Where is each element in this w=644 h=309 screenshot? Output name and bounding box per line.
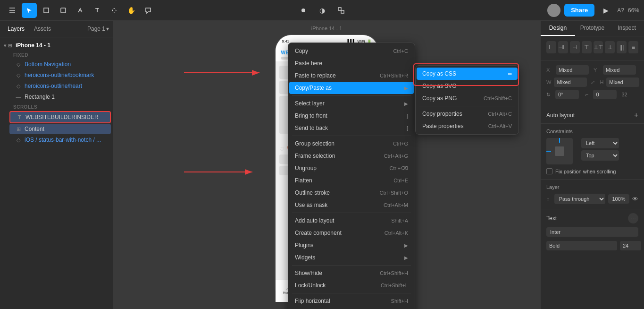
share-button[interactable]: Share [564,4,594,17]
accessibility-label: A? [617,7,624,14]
svg-rect-1 [61,8,66,13]
left-panel: Layers Assets Page 1 ▾ ▾ ⊞ iPhone 14 - 1… [0,21,113,309]
h-label: H [600,79,603,85]
frame-tool[interactable] [39,3,54,18]
ctx-paste-replace[interactable]: Paste to replace Ctrl+Shift+R [289,69,414,82]
fix-position-label: Fix position when scrolling [555,169,616,174]
paint-tool[interactable] [296,3,311,18]
ctx-outline-stroke[interactable]: Outline stroke Ctrl+Shift+O [289,187,414,199]
ctx-show-hide[interactable]: Show/Hide Ctrl+Shift+H [289,267,414,279]
corner-icon: ⌐ [585,92,588,97]
submenu-copy-svg[interactable]: Copy as SVG [417,80,518,92]
visibility-toggle[interactable]: 👁 [632,196,638,203]
y-input[interactable] [603,65,636,75]
play-button[interactable]: ▶ [598,3,613,18]
right-panel-tabs: Design Prototype Inspect [541,21,644,36]
font-weight-input[interactable] [546,241,617,250]
hand-tool[interactable]: ✋ [124,3,139,18]
frame-header[interactable]: ▾ ⊞ iPhone 14 - 1 [0,40,113,51]
h-input[interactable] [606,77,639,87]
rectangle-icon: — [15,94,22,100]
fixed-section: FIXED ◇ Bottom Navigation ◇ heroicons-ou… [0,51,113,102]
opacity-input[interactable] [608,194,629,204]
corner-input[interactable] [593,90,617,99]
x-input[interactable] [556,65,589,75]
page-selector[interactable]: Page 1 ▾ [87,26,109,32]
align-bottom-btn[interactable]: ⊥ [605,41,615,53]
ctx-ungroup[interactable]: Ungroup Ctrl+⌫ [289,162,414,174]
blend-mode-select[interactable]: Pass through Normal Multiply Screen [554,194,605,204]
font-family-input[interactable] [546,227,638,237]
layer-rectangle[interactable]: — Rectangle 1 [9,92,111,102]
ctx-plugins[interactable]: Plugins ▶ [289,239,414,251]
layer-websitebuilderinsider[interactable]: T WEBSITEBUILDERINSIDER [9,111,111,123]
layer-section: Layer ○ Pass through Normal Multiply Scr… [541,180,644,209]
submenu-copy-css[interactable]: Copy as CSS ⬅ [417,68,518,80]
align-top-btn[interactable]: ⊤ [582,41,592,53]
layer-heart[interactable]: ◇ heroicons-outline/heart [9,81,111,91]
ctx-copy[interactable]: Copy Ctrl+C [289,45,414,57]
layers-tab[interactable]: Layers [4,24,28,34]
comment-tool[interactable] [141,3,156,18]
shape-tool[interactable] [56,3,71,18]
ctx-flatten[interactable]: Flatten Ctrl+E [289,174,414,187]
align-center-h-btn[interactable]: ⊣⊢ [558,41,568,53]
ctx-flip-h[interactable]: Flip horizontal Shift+H [289,295,414,307]
ctx-flip-v[interactable]: Flip vertical Shift+V [289,307,414,309]
constraint-v-select[interactable]: Top Bottom Center Scale [581,150,619,161]
layer-label: iOS / status-bar-with-notch / ... [25,137,101,143]
text-more-btn[interactable]: ⋯ [628,213,638,223]
pen-tool[interactable] [73,3,88,18]
ctx-auto-layout[interactable]: Add auto layout Shift+A [289,215,414,227]
other-section: ◇ iOS / status-bar-with-notch / ... [0,135,113,145]
submenu-separator [419,106,515,106]
time-label: 9:41 [282,39,290,43]
align-right-btn[interactable]: ⊣ [570,41,580,53]
menu-button[interactable] [5,3,20,18]
fix-position-checkbox[interactable] [546,168,552,174]
submenu-paste-props[interactable]: Paste properties Ctrl+Alt+V [417,120,518,132]
align-center-v-btn[interactable]: ⊥⊤ [594,41,603,53]
text-section-header: Text ⋯ [541,209,644,225]
ctx-lock-unlock[interactable]: Lock/Unlock Ctrl+Shift+L [289,279,414,292]
layer-content[interactable]: ⊞ Content [9,124,111,134]
w-input[interactable] [554,77,587,87]
font-size-input[interactable] [620,241,641,250]
distribute-h-btn[interactable]: ||| [617,41,627,53]
select-tool[interactable] [22,3,37,18]
layer-statusbar[interactable]: ◇ iOS / status-bar-with-notch / ... [9,135,111,145]
tab-inspect[interactable]: Inspect [610,21,644,36]
add-auto-layout-btn[interactable]: + [634,111,638,120]
distribute-v-btn[interactable]: ≡ [628,41,638,53]
ctx-frame-sel[interactable]: Frame selection Ctrl+Alt+G [289,150,414,162]
tab-design[interactable]: Design [541,21,575,36]
ctx-select-layer[interactable]: Select layer ▶ [289,97,414,110]
canvas-content: iPhone 14 - 1 9:41 ▌▌▌ WiFi 🔋 [113,21,540,309]
submenu-copy-props[interactable]: Copy properties Ctrl+Alt+C [417,108,518,120]
ctx-send-back[interactable]: Send to back [ [289,122,414,134]
submenu-copy-png[interactable]: Copy as PNG Ctrl+Shift+C [417,92,518,104]
fix-position-row: Fix position when scrolling [546,168,638,174]
text-tool[interactable]: T [90,3,105,18]
auto-layout-title: Auto layout [546,112,575,119]
ctx-copypaste-as[interactable]: Copy/Paste as ▶ [289,82,414,94]
components-tool[interactable] [107,3,122,18]
constraint-h-select[interactable]: Left Right Center Scale [581,138,619,148]
layer-bookmark[interactable]: ◇ heroicons-outline/bookmark [9,70,111,80]
canvas[interactable]: iPhone 14 - 1 9:41 ▌▌▌ WiFi 🔋 [113,21,540,309]
components-tool2[interactable] [334,3,349,18]
assets-tab[interactable]: Assets [30,24,55,34]
ctx-bring-front[interactable]: Bring to front ] [289,110,414,122]
constraints-title: Constraints [546,129,638,134]
ctx-group[interactable]: Group selection Ctrl+G [289,137,414,150]
tab-prototype[interactable]: Prototype [575,21,610,36]
ctx-paste-here[interactable]: Paste here [289,57,414,69]
align-left-btn[interactable]: ⊢ [546,41,556,53]
layer-bottom-nav[interactable]: ◇ Bottom Navigation [9,59,111,69]
ctx-widgets[interactable]: Widgets ▶ [289,251,414,264]
ctx-mask[interactable]: Use as mask Ctrl+Alt+M [289,199,414,211]
ctx-create-component[interactable]: Create component Ctrl+Alt+K [289,227,414,239]
rotation-input[interactable] [555,90,579,99]
section-scrolls: SCROLLS [8,103,113,111]
contrast-tool[interactable]: ◑ [315,3,330,18]
